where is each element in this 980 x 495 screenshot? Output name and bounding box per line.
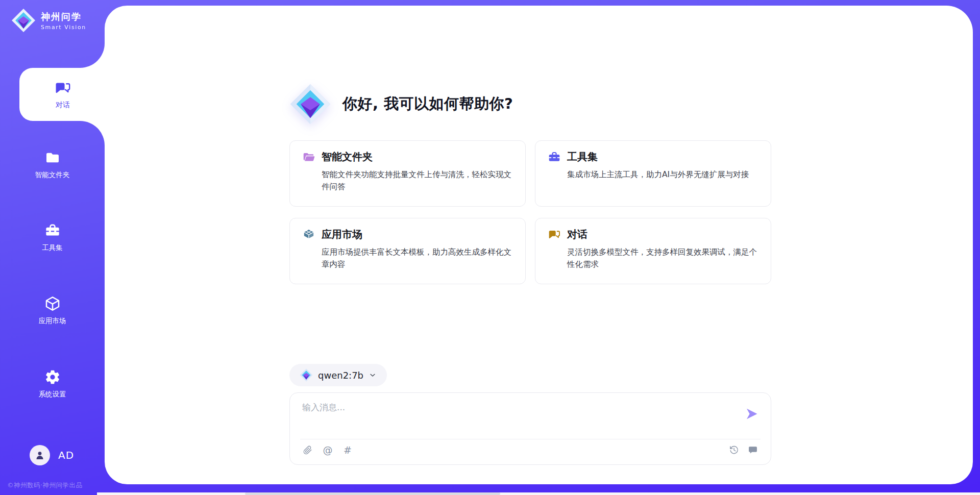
new-chat-button[interactable] <box>747 444 758 456</box>
sidebar-item-app-market[interactable]: 应用市场 <box>0 295 105 326</box>
model-logo-icon <box>300 368 313 382</box>
folder-open-icon <box>302 151 315 164</box>
toolbox-icon <box>548 151 561 164</box>
send-icon <box>745 407 759 421</box>
chat-icon <box>548 228 561 241</box>
card-desc: 应用市场提供丰富长文本模板，助力高效生成多样化文章内容 <box>322 246 513 270</box>
active-tab-corner-top <box>80 43 105 68</box>
sidebar: 神州问学 Smart Vision 对话 智能文件夹 <box>0 0 105 495</box>
card-smart-folder[interactable]: 智能文件夹 智能文件夹功能支持批量文件上传与清洗，轻松实现文件问答 <box>289 140 526 207</box>
sidebar-item-settings[interactable]: 系统设置 <box>0 369 105 399</box>
sidebar-item-label: 系统设置 <box>39 390 66 399</box>
sidebar-item-label: 对话 <box>56 101 70 110</box>
sidebar-item-label: 智能文件夹 <box>35 170 70 180</box>
greeting-title: 你好, 我可以如何帮助你? <box>342 94 513 114</box>
hash-icon: # <box>344 444 352 456</box>
horizontal-scrollbar[interactable] <box>97 492 980 495</box>
brand-subtitle: Smart Vision <box>41 24 86 31</box>
composer-divider <box>300 439 761 439</box>
message-input[interactable] <box>302 402 730 431</box>
sidebar-item-toolset[interactable]: 工具集 <box>0 222 105 253</box>
card-desc: 灵活切换多模型文件，支持多样回复效果调试，满足个性化需求 <box>567 246 758 270</box>
sidebar-item-smart-folder[interactable]: 智能文件夹 <box>0 150 105 180</box>
card-title: 工具集 <box>567 150 598 164</box>
card-app-market[interactable]: 应用市场 应用市场提供丰富长文本模板，助力高效生成多样化文章内容 <box>289 218 526 284</box>
folder-icon <box>44 150 61 166</box>
app: { "brand": { "name": "神州问学", "subtitle":… <box>0 0 980 495</box>
user-icon <box>34 449 46 461</box>
card-chat[interactable]: 对话 灵活切换多模型文件，支持多样回复效果调试，满足个性化需求 <box>535 218 771 284</box>
chat-bubble-icon <box>748 445 758 455</box>
model-name: qwen2:7b <box>318 370 363 381</box>
mention-button[interactable]: @ <box>322 444 333 456</box>
message-composer: @ # <box>289 392 771 465</box>
paperclip-icon <box>303 445 313 455</box>
feature-cards: 智能文件夹 智能文件夹功能支持批量文件上传与清洗，轻松实现文件问答 <box>289 140 771 284</box>
sidebar-item-label: 工具集 <box>42 243 63 253</box>
card-desc: 智能文件夹功能支持批量文件上传与清洗，轻松实现文件问答 <box>322 168 513 193</box>
history-icon <box>729 445 739 455</box>
topic-button[interactable]: # <box>342 444 353 456</box>
brand-logo-icon <box>289 83 331 125</box>
sidebar-item-label: 应用市场 <box>39 316 66 326</box>
attach-button[interactable] <box>302 444 313 456</box>
active-tab-corner-bottom <box>80 121 105 145</box>
history-button[interactable] <box>728 444 740 456</box>
model-selector[interactable]: qwen2:7b <box>289 364 387 386</box>
brand-name: 神州问学 <box>41 11 86 23</box>
at-icon: @ <box>323 444 333 456</box>
avatar <box>30 445 50 465</box>
cube-grid-icon <box>302 228 315 241</box>
user-profile[interactable]: AD <box>30 445 74 465</box>
sidebar-item-chat[interactable]: 对话 <box>19 68 106 121</box>
card-title: 智能文件夹 <box>322 150 373 164</box>
user-initials: AD <box>58 449 74 461</box>
scrollbar-thumb[interactable] <box>245 492 500 495</box>
card-title: 对话 <box>567 228 587 241</box>
send-button[interactable] <box>744 407 760 422</box>
greeting-block: 你好, 我可以如何帮助你? <box>289 83 513 125</box>
chevron-down-icon <box>369 371 377 379</box>
brand: 神州问学 Smart Vision <box>11 8 86 33</box>
sidebar-footer: ©神州数码·神州问学出品 <box>7 481 82 490</box>
main-panel: 你好, 我可以如何帮助你? 智能文件夹 智能文件夹功能支持批量文件上传与清洗，轻… <box>105 6 973 484</box>
toolbox-icon <box>44 222 61 239</box>
brand-logo-icon <box>11 8 36 33</box>
cube-icon <box>44 295 61 312</box>
gear-icon <box>44 369 61 385</box>
chat-icon <box>54 80 71 97</box>
card-title: 应用市场 <box>322 228 362 241</box>
card-toolset[interactable]: 工具集 集成市场上主流工具，助力AI与外界无缝扩展与对接 <box>535 140 771 207</box>
card-desc: 集成市场上主流工具，助力AI与外界无缝扩展与对接 <box>567 168 758 181</box>
